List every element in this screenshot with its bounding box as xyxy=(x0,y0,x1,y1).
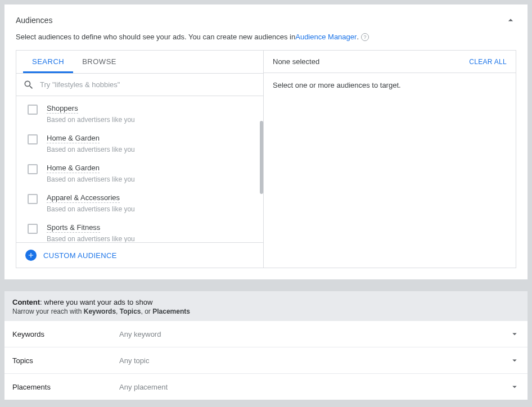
checkbox[interactable] xyxy=(28,224,38,234)
list-item[interactable]: Home & Garden Based on advertisers like … xyxy=(16,128,263,158)
content-row-keywords[interactable]: Keywords Any keyword xyxy=(4,321,528,347)
audiences-card: Audiences Select audiences to define who… xyxy=(4,4,528,279)
row-label: Keywords xyxy=(12,330,119,338)
item-title: Apparel & Accessories xyxy=(47,193,120,203)
item-title: Home & Garden xyxy=(47,134,100,143)
selection-hint: Select one or more audiences to target. xyxy=(264,73,516,97)
card-title: Audiences xyxy=(16,16,52,25)
item-subtitle: Based on advertisers like you xyxy=(47,146,135,153)
checkbox[interactable] xyxy=(28,194,38,204)
collapse-icon[interactable] xyxy=(505,15,516,26)
chevron-down-icon xyxy=(510,355,520,365)
content-section-header: Content: where you want your ads to show… xyxy=(4,291,528,321)
list-item[interactable]: Sports & Fitness Based on advertisers li… xyxy=(16,218,263,242)
chevron-down-icon xyxy=(510,382,520,392)
item-title: Sports & Fitness xyxy=(47,223,100,233)
tab-browse[interactable]: BROWSE xyxy=(73,51,125,73)
search-input[interactable] xyxy=(40,77,256,92)
row-label: Topics xyxy=(12,356,119,365)
item-title: Shoppers xyxy=(47,104,78,114)
item-subtitle: Based on advertisers like you xyxy=(47,205,135,213)
row-label: Placements xyxy=(12,383,119,391)
item-title: Home & Garden xyxy=(47,164,100,173)
list-item[interactable]: Apparel & Accessories Based on advertise… xyxy=(16,188,263,218)
help-icon[interactable]: ? xyxy=(361,33,369,41)
tabs: SEARCH BROWSE xyxy=(16,51,263,74)
clear-all-button[interactable]: CLEAR ALL xyxy=(469,58,507,66)
selected-summary: None selected xyxy=(273,57,319,66)
plus-icon xyxy=(25,250,37,261)
content-row-topics[interactable]: Topics Any topic xyxy=(4,347,528,374)
tab-search[interactable]: SEARCH xyxy=(23,51,73,73)
item-subtitle: Based on advertisers like you xyxy=(47,175,135,183)
content-row-placements[interactable]: Placements Any placement xyxy=(4,374,528,400)
row-value: Any placement xyxy=(119,383,510,391)
checkbox[interactable] xyxy=(28,134,38,144)
item-subtitle: Based on advertisers like you xyxy=(47,116,135,124)
card-subtitle: Select audiences to define who should se… xyxy=(16,33,516,41)
item-subtitle: Based on advertisers like you xyxy=(47,235,135,242)
scrollbar[interactable] xyxy=(260,121,263,194)
checkbox[interactable] xyxy=(28,164,38,174)
row-value: Any topic xyxy=(119,356,510,365)
checkbox[interactable] xyxy=(28,105,38,115)
list-item[interactable]: Shoppers Based on advertisers like you xyxy=(16,98,263,128)
search-icon xyxy=(23,79,34,91)
audience-manager-link[interactable]: Audience Manager xyxy=(295,33,357,41)
audience-list: Shoppers Based on advertisers like you H… xyxy=(16,96,263,242)
custom-audience-button[interactable]: CUSTOM AUDIENCE xyxy=(16,242,263,268)
chevron-down-icon xyxy=(510,329,520,339)
row-value: Any keyword xyxy=(119,330,510,338)
list-item[interactable]: Home & Garden Based on advertisers like … xyxy=(16,158,263,188)
